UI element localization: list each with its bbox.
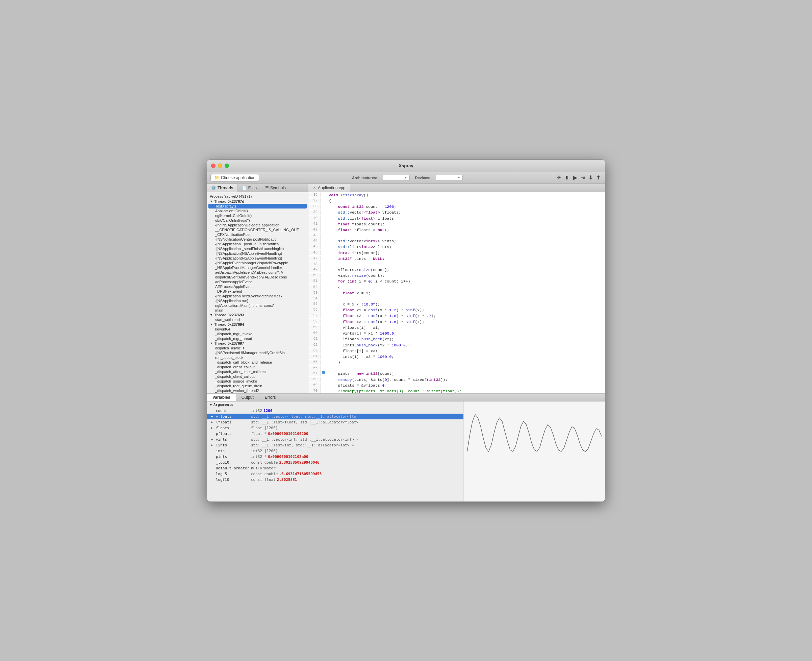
variable-row[interactable]: logf10 const float 2.3025851 <box>207 477 463 482</box>
stack-frame[interactable]: start_wqthread <box>207 317 308 322</box>
stack-frame[interactable]: __CFNOTIFICATIONCENTER_IS_CALLING_OUT <box>207 227 308 232</box>
run-icon[interactable]: ✈ <box>556 174 562 181</box>
stack-frame[interactable]: _dispatch_mgr_invoke <box>207 332 308 336</box>
variable-row[interactable]: pfloats float * 0x0000000102100200 <box>207 431 463 437</box>
stack-frame[interactable]: -[nglNSApplicationDelegate application <box>207 223 308 227</box>
close-button[interactable] <box>211 164 215 168</box>
stack-frame[interactable]: main <box>207 308 308 313</box>
var-name-label: lints <box>216 443 250 447</box>
stack-frame[interactable]: -[NSApplication nextEventMatchingMask <box>207 294 308 299</box>
devices-dropdown[interactable]: ▼ <box>436 175 463 181</box>
var-expand-icon[interactable]: ▶ <box>211 437 216 441</box>
minimize-button[interactable] <box>218 164 222 168</box>
code-line: 53 float x = i; <box>308 290 605 296</box>
variable-row[interactable]: ▶vfloats std::__1::vector<float, std::__… <box>207 414 463 419</box>
stack-frame[interactable]: -[NSApplication run] <box>207 299 308 303</box>
stack-frame[interactable]: kevent64 <box>207 327 308 332</box>
stack-frame[interactable]: _pthread_wqthread <box>207 393 308 393</box>
tab-output[interactable]: Output <box>236 394 260 401</box>
stack-frame[interactable]: _dispatch_after_timer_callback <box>207 369 308 374</box>
pause-icon[interactable]: ⏸ <box>564 175 571 181</box>
variable-row[interactable]: ▶lints std::__1::list<int, std::__1::all… <box>207 442 463 448</box>
stack-frame[interactable]: -[NSPersistentUIManager modifyCrashBla <box>207 350 308 355</box>
breakpoint-dot[interactable] <box>322 371 325 374</box>
stack-frame[interactable]: aeDispatchAppleEvent(AEDesc const*, A <box>207 270 308 275</box>
code-area[interactable]: 36void TestXspray()37{38 const int32 cou… <box>308 192 605 393</box>
thread-header[interactable]: ▼ Thread 0x237694 <box>207 322 308 327</box>
stack-frame[interactable]: -[NSNotificationCenter postNotificatio <box>207 237 308 242</box>
choose-application-button[interactable]: 📁 Choose application <box>210 174 259 182</box>
thread-header[interactable]: ▼ Thread 0x237693 <box>207 313 308 317</box>
stack-frame[interactable]: AEProcessAppleEvent <box>207 284 308 289</box>
architectures-dropdown[interactable]: ▼ <box>383 175 410 181</box>
stack-frame[interactable]: _dispatch_root_queue_drain <box>207 383 308 388</box>
stack-frame[interactable]: _dispatch_source_invoke <box>207 379 308 383</box>
code-line: 39 std::vector<float> vfloats; <box>308 209 605 215</box>
variables-panel: ▼ Arguments count int32 1200▶vfloats std… <box>207 401 464 501</box>
variable-row[interactable]: _log10 const double 2.3025850929940046 <box>207 460 463 465</box>
stack-frame[interactable]: _dispatch_mgr_thread <box>207 336 308 341</box>
stack-frame[interactable]: _dispatch_worker_thread2 <box>207 388 308 393</box>
fullscreen-button[interactable] <box>224 164 229 168</box>
line-number: 56 <box>308 307 320 313</box>
editor-tab-application-cpp[interactable]: ✕ Application.cpp <box>308 184 350 192</box>
close-tab-icon[interactable]: ✕ <box>313 186 316 190</box>
stack-frame[interactable]: _dispatch_client_callout <box>207 374 308 379</box>
architectures-label: Architectures: <box>352 176 377 180</box>
variable-row[interactable]: pints int32 * 0x0000000102102a00 <box>207 454 463 460</box>
line-number: 45 <box>308 244 320 249</box>
variable-row[interactable]: DefaultFormater nuiFormater <box>207 465 463 471</box>
tab-threads[interactable]: ⚙️ Threads <box>207 184 238 192</box>
stack-frame[interactable]: dispatch_async_f <box>207 346 308 350</box>
line-content: const int32 count = 1200; <box>326 204 605 209</box>
step-over-icon[interactable]: ⇥ <box>580 174 586 181</box>
variable-row[interactable]: ▶lfloats std::__1::list<float, std::__1:… <box>207 419 463 425</box>
stack-frame[interactable]: _DPSNextEvent <box>207 289 308 294</box>
stack-frame[interactable]: dispatchEventAndSendReply(AEDesc cons <box>207 275 308 279</box>
var-expand-icon[interactable]: ▶ <box>211 420 216 424</box>
variable-row[interactable]: count int32 1200 <box>207 408 463 414</box>
stack-frame[interactable]: aeProcessAppleEvent <box>207 279 308 284</box>
variable-row[interactable]: log_5 const double -0.6931471805599453 <box>207 471 463 477</box>
stack-frame[interactable]: TestXspray() <box>209 204 307 209</box>
stack-frame[interactable]: Application::OnInit() <box>207 209 308 213</box>
continue-icon[interactable]: ▶ <box>572 174 578 181</box>
stack-frame[interactable]: -[NSAppleEventManager dispatchRawApple <box>207 260 308 265</box>
stack-frame[interactable]: _NSAppleEventManagerGenericHandler <box>207 265 308 270</box>
stack-frame[interactable]: objCCallOnInit(void*) <box>207 218 308 223</box>
variable-row[interactable]: ▶floats float [1200] <box>207 425 463 431</box>
stack-frame[interactable]: run_cocoa_block <box>207 355 308 360</box>
line-gutter[interactable] <box>320 371 326 374</box>
var-expand-icon[interactable]: ▶ <box>211 415 216 418</box>
tab-variables[interactable]: Variables <box>207 394 236 401</box>
line-content: vints.resize(count); <box>326 273 605 278</box>
var-expand-icon[interactable]: ▶ <box>211 443 216 447</box>
var-value-label: 1200 <box>263 409 272 413</box>
line-content: std::vector<float> vfloats; <box>326 209 605 215</box>
stack-frame[interactable]: -[NSApplication _postDidFinishNotifica <box>207 242 308 246</box>
code-line: 68 memcpy(pints, &ints[0], count * sizeo… <box>308 377 605 383</box>
thread-header[interactable]: ▼ Thread 0x23767d <box>207 199 308 204</box>
var-expand-icon[interactable]: ▶ <box>211 426 216 429</box>
code-line: 42 float* pfloats = NULL; <box>308 227 605 233</box>
stack-frame[interactable]: nglKernel::CallOnInit() <box>207 213 308 218</box>
stack-frame[interactable]: -[NSApplication _sendFinishLaunchingNo <box>207 246 308 251</box>
stack-frame[interactable]: _dispatch_call_block_and_release <box>207 360 308 365</box>
line-number: 54 <box>308 296 320 302</box>
devices-label: Devices: <box>415 176 430 180</box>
stack-frame[interactable]: -[NSApplication(NSAppleEventHandling) <box>207 256 308 260</box>
variable-row[interactable]: ▶vints std::__1::vector<int, std::__1::a… <box>207 437 463 442</box>
stack-frame[interactable]: -[NSApplication(NSAppleEventHandling) <box>207 251 308 256</box>
bottom-panel: Variables Output Errors ▼ Arguments coun… <box>207 393 605 501</box>
step-in-icon[interactable]: ⬇ <box>588 174 594 181</box>
tab-symbols[interactable]: ☰ Symbols <box>261 184 290 192</box>
thread-header[interactable]: ▼ Thread 0x237697 <box>207 341 308 346</box>
stack-frame[interactable]: _dispatch_client_callout <box>207 365 308 369</box>
tab-errors[interactable]: Errors <box>260 394 282 401</box>
variable-row[interactable]: ints int32 [1200] <box>207 448 463 454</box>
step-out-icon[interactable]: ⬆ <box>595 174 602 181</box>
var-name-label: ints <box>216 449 250 453</box>
tab-files[interactable]: 📄 Files <box>238 184 261 192</box>
stack-frame[interactable]: nglApplication::Main(int, char const* <box>207 303 308 308</box>
stack-frame[interactable]: _CFXNotificationPost <box>207 232 308 237</box>
